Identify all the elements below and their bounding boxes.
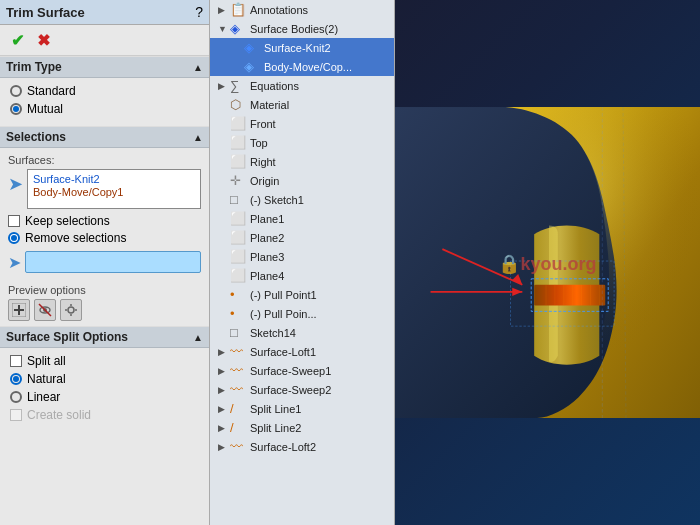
- tree-item[interactable]: ▶ 〰 Surface-Loft1: [210, 342, 394, 361]
- tree-item-label: Surface-Loft2: [250, 441, 316, 453]
- tree-expand: ▼: [218, 24, 230, 34]
- tree-icon-plane: ⬜: [230, 135, 248, 150]
- linear-radio-row[interactable]: Linear: [10, 390, 199, 404]
- remove-label: Remove selections: [25, 231, 126, 245]
- tree-item[interactable]: ▼ ◈ Surface Bodies(2): [210, 19, 394, 38]
- selections-content: Surfaces: ➤ Surface-Knit2 Body-Move/Copy…: [0, 148, 209, 279]
- split-all-checkbox[interactable]: [10, 355, 22, 367]
- tree-icon-surface-loft: 〰: [230, 439, 248, 454]
- preview-settings-icon[interactable]: [60, 299, 82, 321]
- surface-item-1: Surface-Knit2: [33, 173, 195, 185]
- linear-radio[interactable]: [10, 391, 22, 403]
- trim-type-content: Standard Mutual: [0, 78, 209, 126]
- tree-item[interactable]: ⬜ Plane2: [210, 228, 394, 247]
- blue-input-field[interactable]: [25, 251, 201, 273]
- tree-item[interactable]: ⬜ Plane4: [210, 266, 394, 285]
- preview-label: Preview options: [8, 284, 201, 296]
- tree-item[interactable]: ✛ Origin: [210, 171, 394, 190]
- create-solid-checkbox: [10, 409, 22, 421]
- selections-label: Selections: [6, 130, 66, 144]
- tree-item-label: Plane2: [250, 232, 284, 244]
- right-panel: ▶ 📋 Annotations ▼ ◈ Surface Bodies(2) ◈ …: [210, 0, 700, 525]
- tree-item-label: (-) Sketch1: [250, 194, 304, 206]
- selections-section-header[interactable]: Selections ▲: [0, 126, 209, 148]
- tree-item[interactable]: • (-) Pull Point1: [210, 285, 394, 304]
- tree-item[interactable]: ⬡ Material: [210, 95, 394, 114]
- tree-item[interactable]: ▶ / Split Line1: [210, 399, 394, 418]
- trim-type-section-header[interactable]: Trim Type ▲: [0, 56, 209, 78]
- mutual-radio[interactable]: [10, 103, 22, 115]
- surface-split-header[interactable]: Surface Split Options ▲: [0, 326, 209, 348]
- tree-icon-plane: ⬜: [230, 211, 248, 226]
- tree-item-label: Plane1: [250, 213, 284, 225]
- svg-line-5: [39, 304, 51, 316]
- tree-item-label: Origin: [250, 175, 279, 187]
- tree-item-label: Surface-Knit2: [264, 42, 331, 54]
- tree-item[interactable]: ⬜ Plane3: [210, 247, 394, 266]
- tree-icon-surface-body: ◈: [244, 59, 262, 74]
- tree-icon-plane: ⬜: [230, 268, 248, 283]
- tree-icon-sketch: □: [230, 325, 248, 340]
- surface-split-label: Surface Split Options: [6, 330, 128, 344]
- input-arrow[interactable]: ➤: [8, 253, 21, 272]
- tree-icon-plane: ⬜: [230, 230, 248, 245]
- tree-item[interactable]: • (-) Pull Poin...: [210, 304, 394, 323]
- mutual-radio-row[interactable]: Mutual: [10, 102, 199, 116]
- blue-input-row: ➤: [8, 251, 201, 273]
- help-icon[interactable]: ?: [195, 4, 203, 20]
- tree-item[interactable]: ◈ Surface-Knit2: [210, 38, 394, 57]
- tree-expand: ▶: [218, 5, 230, 15]
- tree-item[interactable]: ⬜ Plane1: [210, 209, 394, 228]
- tree-item[interactable]: ▶ / Split Line2: [210, 418, 394, 437]
- ok-button[interactable]: ✔: [6, 29, 28, 51]
- create-solid-label: Create solid: [27, 408, 91, 422]
- tree-item[interactable]: □ (-) Sketch1: [210, 190, 394, 209]
- tree-item[interactable]: □ Sketch14: [210, 323, 394, 342]
- tree-item[interactable]: ⬜ Top: [210, 133, 394, 152]
- standard-radio[interactable]: [10, 85, 22, 97]
- surfaces-list[interactable]: Surface-Knit2 Body-Move/Copy1: [27, 169, 201, 209]
- tree-expand: ▶: [218, 81, 230, 91]
- tree-expand: ▶: [218, 404, 230, 414]
- tree-item[interactable]: ▶ 📋 Annotations: [210, 0, 394, 19]
- create-solid-row: Create solid: [10, 408, 199, 422]
- tree-item-label: (-) Pull Poin...: [250, 308, 317, 320]
- split-all-row[interactable]: Split all: [10, 354, 199, 368]
- split-all-label: Split all: [27, 354, 66, 368]
- tree-icon-sketch: □: [230, 192, 248, 207]
- tree-item[interactable]: ▶ 〰 Surface-Sweep2: [210, 380, 394, 399]
- tree-item-label: Sketch14: [250, 327, 296, 339]
- tree-item[interactable]: ◈ Body-Move/Cop...: [210, 57, 394, 76]
- tree-expand: ▶: [218, 423, 230, 433]
- tree-icon-surface-knit: ◈: [244, 40, 262, 55]
- tree-item[interactable]: ⬜ Right: [210, 152, 394, 171]
- tree-expand: ▶: [218, 442, 230, 452]
- tree-expand: ▶: [218, 385, 230, 395]
- tree-item[interactable]: ▶ ∑ Equations: [210, 76, 394, 95]
- keep-checkbox[interactable]: [8, 215, 20, 227]
- standard-radio-row[interactable]: Standard: [10, 84, 199, 98]
- surfaces-label: Surfaces:: [8, 154, 201, 166]
- tree-icon-equations: ∑: [230, 78, 248, 93]
- tree-item-label: Right: [250, 156, 276, 168]
- preview-eye-icon[interactable]: [34, 299, 56, 321]
- standard-label: Standard: [27, 84, 76, 98]
- keep-selections-row[interactable]: Keep selections: [8, 214, 201, 228]
- panel-title: Trim Surface: [6, 5, 85, 20]
- split-content: Split all Natural Linear Create solid: [0, 348, 209, 432]
- tree-item[interactable]: ▶ 〰 Surface-Sweep1: [210, 361, 394, 380]
- natural-radio[interactable]: [10, 373, 22, 385]
- tree-item[interactable]: ▶ 〰 Surface-Loft2: [210, 437, 394, 456]
- selections-chevron: ▲: [193, 132, 203, 143]
- remove-selections-row[interactable]: Remove selections: [8, 231, 201, 245]
- cancel-button[interactable]: ✖: [32, 29, 54, 51]
- svg-point-6: [68, 307, 74, 313]
- tree-icon-surface-loft: 〰: [230, 344, 248, 359]
- preview-add-icon[interactable]: [8, 299, 30, 321]
- svg-rect-1: [18, 305, 20, 315]
- natural-radio-row[interactable]: Natural: [10, 372, 199, 386]
- tree-item[interactable]: ⬜ Front: [210, 114, 394, 133]
- tree-item-label: Surface-Sweep1: [250, 365, 331, 377]
- remove-radio[interactable]: [8, 232, 20, 244]
- tree-icon-point: •: [230, 306, 248, 321]
